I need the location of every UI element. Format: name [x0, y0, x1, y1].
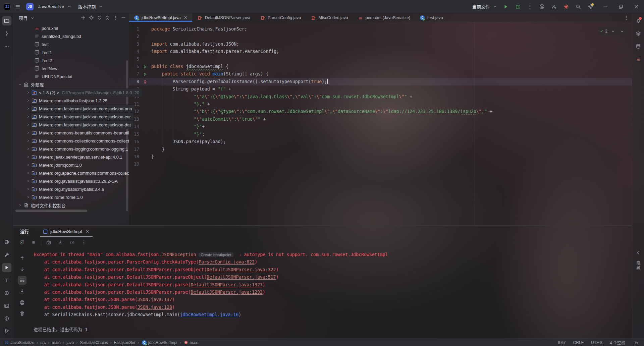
tree-horizontal-scrollbar[interactable]	[15, 210, 87, 212]
breadcrumb-item[interactable]: java	[66, 340, 74, 345]
tree-item[interactable]: Maven: com.alibaba:fastjson:1.2.25	[13, 97, 129, 105]
indent-setting[interactable]: 4 个空格	[610, 340, 625, 345]
tree-item[interactable]: ?test	[13, 40, 129, 48]
breadcrumb-item[interactable]: main	[183, 340, 199, 345]
tree-item[interactable]: Maven: commons-logging:commons-logging:1	[13, 145, 129, 153]
play-icon[interactable]	[501, 2, 511, 11]
tree-item[interactable]: Maven: commons-beanutils:commons-beanuti…	[13, 129, 129, 137]
stack-trace-link[interactable]: DefaultJSONParser.java:322	[207, 267, 276, 272]
tree-item[interactable]: Maven: rome:rome:1.0	[13, 193, 129, 201]
line-separator[interactable]: CRLF	[573, 340, 584, 345]
editor-tab[interactable]: mpom.xml (JavaSerialize)	[353, 13, 415, 22]
tree-item[interactable]: ?Test2	[13, 56, 129, 64]
coverage-icon[interactable]	[2, 288, 11, 298]
tree-item[interactable]: < 1.8 (2) >C:\Program Files\Java\jdk-8\j…	[13, 89, 129, 97]
add-user-icon[interactable]	[549, 2, 559, 11]
database-icon[interactable]	[634, 42, 643, 51]
todo-icon[interactable]	[2, 276, 11, 285]
minimize-icon[interactable]	[598, 0, 613, 13]
scroll-end-icon[interactable]	[18, 287, 26, 296]
code-with-me-icon[interactable]	[561, 2, 571, 11]
project-folder-icon[interactable]	[2, 16, 11, 25]
snapshot-icon[interactable]	[44, 238, 53, 247]
editor-tab[interactable]: CjdbcRowSetImpl.java✕	[129, 13, 192, 22]
chevron-right-icon[interactable]	[25, 131, 31, 135]
editor-tab[interactable]: DefaultJSONParser.java	[192, 13, 255, 22]
editor-tab[interactable]: Ctest.java	[415, 13, 448, 22]
tree-item[interactable]: Maven: jdom:jdom:1.0	[13, 161, 129, 169]
rerun-icon[interactable]	[17, 238, 26, 247]
clear-icon[interactable]	[18, 309, 26, 318]
hide-console-icon[interactable]	[634, 248, 643, 257]
profiler-icon[interactable]	[68, 238, 76, 247]
expand-all-icon[interactable]	[95, 14, 103, 21]
run-configuration-selector[interactable]: 当前文件	[470, 2, 501, 12]
editor-tab[interactable]: ParserConfig.java	[255, 13, 306, 22]
search-icon[interactable]	[574, 2, 583, 11]
print-icon[interactable]	[18, 298, 26, 307]
chevron-right-icon[interactable]	[25, 187, 31, 191]
chevron-right-icon[interactable]	[25, 155, 31, 159]
breadcrumb-item[interactable]: FastjsonSer	[114, 340, 136, 345]
soft-wrap-icon[interactable]	[18, 276, 26, 285]
up-icon[interactable]	[18, 254, 26, 263]
tree-item[interactable]: URLDNSpoc.txt	[13, 72, 129, 80]
layers-icon[interactable]	[634, 29, 643, 38]
more-vert-icon[interactable]	[79, 238, 88, 247]
main-menu-icon[interactable]	[14, 3, 21, 10]
build-icon[interactable]	[2, 250, 11, 260]
chevron-down-icon[interactable]	[17, 82, 23, 86]
chevron-right-icon[interactable]	[25, 171, 31, 175]
tree-item[interactable]: Maven: javax.servlet:javax.servlet-api:4…	[13, 153, 129, 161]
tree-item[interactable]: serialized_strings.txt	[13, 32, 129, 40]
create-breakpoint-hint[interactable]: Create breakpoint	[198, 252, 233, 257]
run-gutter-icon[interactable]	[139, 63, 151, 70]
tree-item[interactable]: Maven: com.fasterxml.jackson.core:jackso…	[13, 113, 129, 121]
caret-position[interactable]: 8:67	[558, 340, 566, 345]
add-icon[interactable]	[79, 14, 87, 21]
down-icon[interactable]	[18, 265, 26, 274]
code-editor[interactable]: 1package SerializeChains.FastjsonSer;23i…	[129, 22, 632, 225]
close-icon[interactable]: ✕	[184, 15, 187, 20]
run-icon[interactable]	[2, 263, 11, 272]
breadcrumb-item[interactable]: JavaSerialize	[4, 340, 34, 345]
chevron-right-icon[interactable]	[25, 115, 31, 119]
stack-trace-link[interactable]: DefaultJSONParser.java:1327	[191, 282, 262, 287]
project-view-selector[interactable]: 项目	[17, 14, 38, 22]
chevron-right-icon[interactable]	[25, 163, 31, 167]
stack-trace-link[interactable]: jdbcRowSetImpl.java:16	[180, 312, 239, 317]
services-icon[interactable]	[2, 237, 11, 247]
stack-trace-link[interactable]: DefaultJSONParser.java:1293	[191, 290, 262, 295]
notifications-icon[interactable]	[634, 16, 643, 25]
lock-icon[interactable]	[633, 339, 640, 346]
tree-item[interactable]: ?Test1	[13, 48, 129, 56]
more-vert-icon[interactable]	[525, 2, 535, 11]
locate-icon[interactable]	[87, 14, 95, 21]
chevron-right-icon[interactable]	[25, 179, 31, 183]
more-vert-icon[interactable]	[111, 14, 119, 21]
stack-trace-link[interactable]: DefaultJSONParser.java:517	[207, 275, 276, 280]
debug-icon[interactable]	[513, 2, 523, 11]
file-encoding[interactable]: UTF-8	[591, 340, 602, 345]
tree-item[interactable]: 外部库	[13, 80, 129, 89]
chevron-right-icon[interactable]	[25, 91, 31, 95]
breadcrumb-item[interactable]: SerializeChains	[80, 340, 108, 345]
stack-trace-link[interactable]: ParserConfig.java:822	[199, 260, 255, 265]
commit-icon[interactable]	[2, 29, 11, 38]
inspection-widget[interactable]: ✓ 2	[598, 27, 628, 36]
hide-label[interactable]: 隐藏	[635, 261, 641, 270]
terminal-icon[interactable]	[2, 301, 11, 310]
tree-item[interactable]: mpom.xml	[13, 24, 129, 32]
close-icon[interactable]: ✕	[86, 229, 89, 234]
problems-icon[interactable]	[2, 314, 11, 323]
stop-icon[interactable]	[29, 238, 38, 247]
breadcrumb-item[interactable]: CjdbcRowSetImpl	[142, 340, 177, 345]
stack-trace-link[interactable]: JSONException	[161, 252, 196, 257]
run-gutter-icon[interactable]	[139, 70, 151, 78]
chevron-right-icon[interactable]	[25, 107, 31, 111]
breadcrumb-item[interactable]: main	[52, 340, 60, 345]
hide-icon[interactable]	[119, 14, 127, 21]
chevron-right-icon[interactable]	[25, 195, 31, 199]
tree-item[interactable]: Maven: org.apache.commons:commons-collec	[13, 169, 129, 177]
stack-trace-link[interactable]: JSON.java:137	[138, 297, 172, 302]
